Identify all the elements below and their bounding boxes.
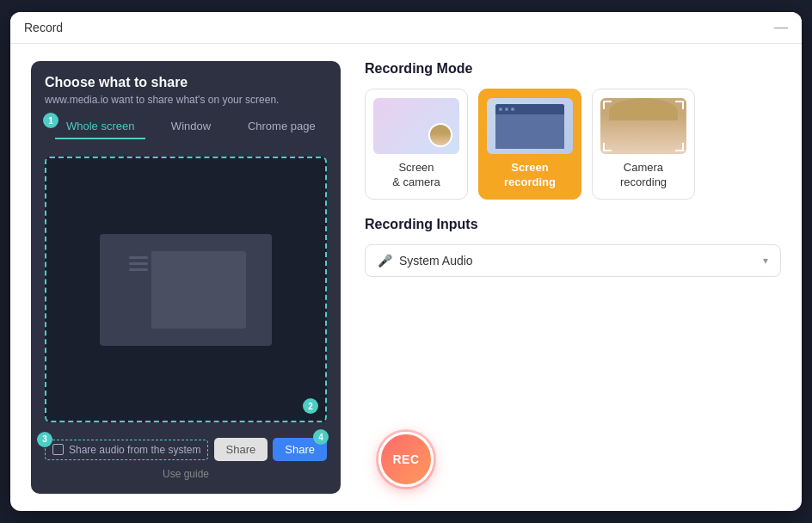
audio-label: Share audio from the system <box>69 444 200 456</box>
recording-inputs-section: Recording Inputs 🎤 System Audio ▾ <box>365 217 781 277</box>
recording-mode-title: Recording Mode <box>365 61 781 77</box>
share-dialog-title: Choose what to share <box>45 75 327 90</box>
share-button-gray[interactable]: Share <box>214 438 268 461</box>
mode-label-screen-camera: Screen& camera <box>392 161 440 190</box>
chevron-down-icon: ▾ <box>763 255 768 267</box>
mode-thumbnail-screen-recording <box>487 98 573 154</box>
mic-icon: 🎤 <box>378 254 392 268</box>
corner-tr <box>675 101 684 109</box>
recording-inputs-title: Recording Inputs <box>365 217 781 232</box>
share-dialog-subtitle: www.media.io want to share what's on you… <box>45 94 327 106</box>
tab-chrome-page[interactable]: Chrome page <box>237 114 327 139</box>
step-badge-2: 2 <box>303 398 318 414</box>
sidebar-line-2 <box>129 262 148 265</box>
thumb-corner-brackets <box>600 98 686 154</box>
mode-card-camera-recording[interactable]: Camerarecording <box>592 89 695 200</box>
mode-thumbnail-camera-recording <box>600 98 686 154</box>
step-badge-4: 4 <box>313 429 329 445</box>
inputs-dropdown-label: System Audio <box>399 254 473 268</box>
preview-area: 2 <box>45 157 327 422</box>
thumb-dot-3 <box>511 108 514 111</box>
thumb-cam-face <box>430 125 451 145</box>
step-badge-3: 3 <box>37 432 52 447</box>
thumb-dot-1 <box>499 108 502 111</box>
thumb-rec-body <box>495 114 564 149</box>
corner-tl <box>603 101 612 109</box>
recording-modes: Screen& camera <box>365 89 781 200</box>
share-dialog-header: Choose what to share www.media.io want t… <box>45 75 327 106</box>
mode-label-camera-recording: Camerarecording <box>620 161 667 190</box>
minimize-button[interactable]: — <box>774 21 788 34</box>
rec-button-area: REC <box>378 432 434 487</box>
mode-card-screen-camera[interactable]: Screen& camera <box>365 89 468 200</box>
share-footer: 3 Share audio from the system 4 Share Sh… <box>45 431 327 461</box>
audio-checkbox-area: 3 Share audio from the system <box>45 440 208 460</box>
use-guide[interactable]: Use guide <box>45 468 327 480</box>
screen-mockup <box>100 234 272 346</box>
mode-label-screen-recording: Screenrecording <box>504 161 556 190</box>
screen-mockup-inner <box>126 251 246 329</box>
share-buttons: 4 Share Share <box>214 438 327 461</box>
window-title: Record <box>24 21 63 34</box>
inputs-dropdown[interactable]: 🎤 System Audio ▾ <box>365 244 781 277</box>
screen-main <box>151 251 246 329</box>
share-dialog: Choose what to share www.media.io want t… <box>31 61 341 494</box>
audio-checkbox[interactable] <box>52 444 64 455</box>
thumb-bg-screen-cam <box>377 102 456 151</box>
thumb-person-full <box>600 98 686 154</box>
right-panel: Recording Mode <box>365 61 781 494</box>
tab-whole-screen[interactable]: Whole screen <box>55 114 145 139</box>
screen-sidebar <box>126 251 151 329</box>
thumb-dot-2 <box>505 108 508 111</box>
sidebar-line-3 <box>129 268 148 271</box>
corner-br <box>675 143 684 151</box>
inputs-dropdown-left: 🎤 System Audio <box>378 254 473 268</box>
recording-mode-section: Recording Mode <box>365 61 781 200</box>
rec-button[interactable]: REC <box>378 432 434 487</box>
thumb-bg-screen-rec <box>487 98 573 154</box>
thumb-cam-circle <box>428 123 452 147</box>
share-tabs: Whole screen Window Chrome page <box>45 114 327 139</box>
thumb-rec-titlebar <box>495 104 564 114</box>
titlebar: Record — <box>10 12 802 44</box>
mode-card-screen-recording[interactable]: Screenrecording <box>478 89 581 200</box>
tab-window[interactable]: Window <box>145 114 236 139</box>
corner-bl <box>603 143 612 151</box>
sidebar-line-1 <box>129 256 148 259</box>
mode-thumbnail-screen-camera <box>373 98 459 154</box>
thumb-rec-window <box>495 104 564 149</box>
